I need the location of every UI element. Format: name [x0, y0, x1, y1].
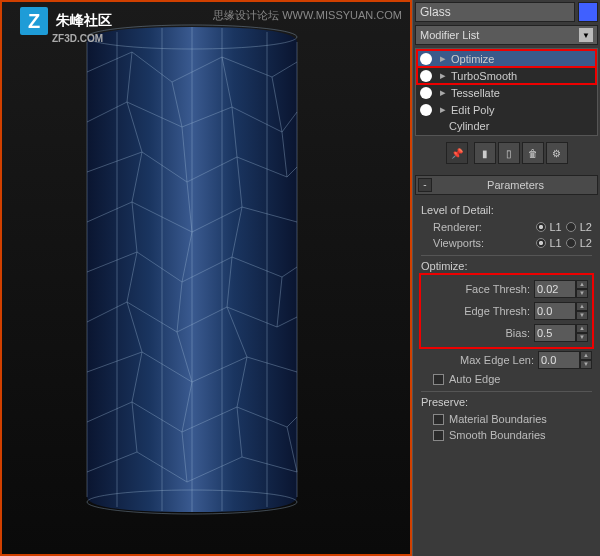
- cylinder-mesh: [72, 22, 312, 522]
- expand-icon[interactable]: ▸: [438, 86, 448, 99]
- modifier-list-label: Modifier List: [420, 29, 479, 41]
- optimize-params-highlight: Face Thresh: ▲▼ Edge Thresh: ▲▼ Bias:: [421, 275, 592, 347]
- face-thresh-input[interactable]: [534, 280, 576, 298]
- max-edge-label: Max Edge Len:: [460, 354, 534, 366]
- lod-label: Level of Detail:: [421, 204, 592, 216]
- modifier-toolbar: 📌 ▮ ▯ 🗑 ⚙: [415, 139, 598, 167]
- preserve-label: Preserve:: [421, 396, 592, 408]
- spinner-down[interactable]: ▼: [576, 311, 588, 320]
- smooth-bounds-label: Smooth Boundaries: [449, 429, 546, 441]
- parameters-rollout: - Parameters Level of Detail: Renderer: …: [415, 175, 598, 554]
- l2-label: L2: [580, 237, 592, 249]
- rollout-toggle-icon[interactable]: -: [418, 178, 432, 192]
- show-end-result-button[interactable]: ▮: [474, 142, 496, 164]
- spinner-up[interactable]: ▲: [580, 351, 592, 360]
- make-unique-button[interactable]: ▯: [498, 142, 520, 164]
- bias-input[interactable]: [534, 324, 576, 342]
- modifier-label: Tessellate: [451, 87, 500, 99]
- viewports-l2-radio[interactable]: [566, 238, 576, 248]
- spinner-up[interactable]: ▲: [576, 324, 588, 333]
- bulb-icon[interactable]: [420, 87, 432, 99]
- modifier-label: Optimize: [451, 53, 494, 65]
- optimize-label: Optimize:: [421, 260, 592, 272]
- configure-sets-button[interactable]: ⚙: [546, 142, 568, 164]
- viewports-l1-radio[interactable]: [536, 238, 546, 248]
- spinner-down[interactable]: ▼: [576, 289, 588, 298]
- rollout-header[interactable]: - Parameters: [415, 175, 598, 195]
- bulb-icon[interactable]: [420, 53, 432, 65]
- renderer-l2-radio[interactable]: [566, 222, 576, 232]
- spinner-down[interactable]: ▼: [580, 360, 592, 369]
- logo-subtext: ZF3D.COM: [52, 33, 112, 44]
- modifier-label: TurboSmooth: [451, 70, 517, 82]
- viewport[interactable]: Z 朱峰社区 ZF3D.COM 思缘设计论坛 WWW.MISSYUAN.COM: [0, 0, 412, 556]
- logo-z-icon: Z: [20, 7, 48, 35]
- dropdown-arrow-icon: ▼: [579, 28, 593, 42]
- modifier-stack[interactable]: ▸ Optimize ▸ TurboSmooth ▸ Tessellate ▸ …: [415, 48, 598, 136]
- expand-icon[interactable]: ▸: [438, 69, 448, 82]
- modifier-tessellate[interactable]: ▸ Tessellate: [417, 84, 596, 101]
- command-panel: Modifier List ▼ ▸ Optimize ▸ TurboSmooth…: [412, 0, 600, 556]
- bulb-icon[interactable]: [420, 70, 432, 82]
- logo-text: 朱峰社区: [56, 12, 112, 28]
- l2-label: L2: [580, 221, 592, 233]
- l1-label: L1: [550, 221, 562, 233]
- material-bounds-checkbox[interactable]: [433, 414, 444, 425]
- l1-label: L1: [550, 237, 562, 249]
- auto-edge-label: Auto Edge: [449, 373, 500, 385]
- watermark-text: 思缘设计论坛 WWW.MISSYUAN.COM: [213, 8, 402, 23]
- remove-modifier-button[interactable]: 🗑: [522, 142, 544, 164]
- edge-thresh-label: Edge Thresh:: [464, 305, 530, 317]
- logo: Z 朱峰社区 ZF3D.COM: [20, 7, 112, 44]
- smooth-bounds-checkbox[interactable]: [433, 430, 444, 441]
- modifier-label: Edit Poly: [451, 104, 494, 116]
- object-name-input[interactable]: [415, 2, 575, 22]
- material-bounds-label: Material Boundaries: [449, 413, 547, 425]
- pin-stack-button[interactable]: 📌: [446, 142, 468, 164]
- modifier-optimize[interactable]: ▸ Optimize: [417, 50, 596, 67]
- spinner-up[interactable]: ▲: [576, 280, 588, 289]
- spinner-up[interactable]: ▲: [576, 302, 588, 311]
- modifier-editpoly[interactable]: ▸ Edit Poly: [417, 101, 596, 118]
- renderer-l1-radio[interactable]: [536, 222, 546, 232]
- expand-icon[interactable]: ▸: [438, 52, 448, 65]
- viewports-label: Viewports:: [433, 237, 484, 249]
- face-thresh-label: Face Thresh:: [465, 283, 530, 295]
- rollout-title: Parameters: [436, 179, 595, 191]
- expand-icon[interactable]: ▸: [438, 103, 448, 116]
- modifier-turbosmooth[interactable]: ▸ TurboSmooth: [417, 67, 596, 84]
- base-object[interactable]: Cylinder: [417, 118, 596, 134]
- edge-thresh-input[interactable]: [534, 302, 576, 320]
- object-color-swatch[interactable]: [578, 2, 598, 22]
- auto-edge-checkbox[interactable]: [433, 374, 444, 385]
- base-object-label: Cylinder: [449, 120, 489, 132]
- bulb-icon[interactable]: [420, 104, 432, 116]
- modifier-list-dropdown[interactable]: Modifier List ▼: [415, 25, 598, 45]
- bias-label: Bias:: [506, 327, 530, 339]
- max-edge-input[interactable]: [538, 351, 580, 369]
- spinner-down[interactable]: ▼: [576, 333, 588, 342]
- renderer-label: Renderer:: [433, 221, 482, 233]
